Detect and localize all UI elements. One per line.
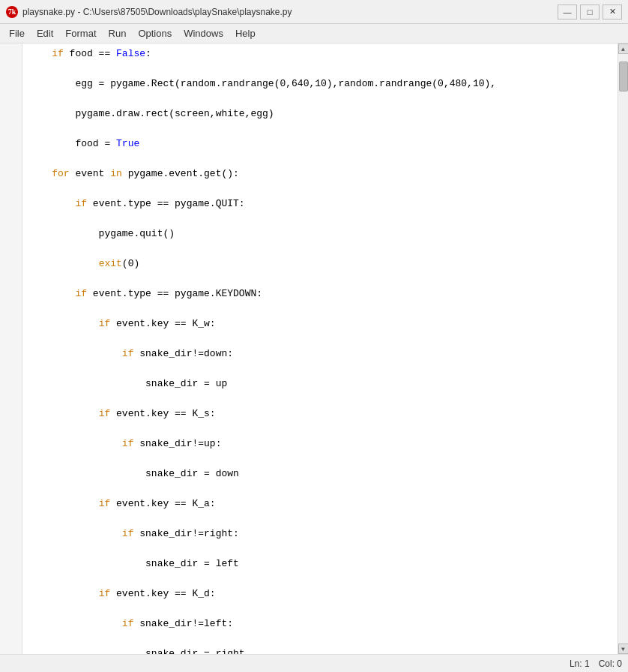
status-bar: Ln: 1 Col: 0: [0, 654, 628, 672]
menu-windows[interactable]: Windows: [178, 26, 229, 40]
scroll-down-arrow[interactable]: ▼: [618, 644, 629, 654]
window-title: playsnake.py - C:\Users\87505\Downloads\…: [22, 7, 292, 17]
title-bar: 7k playsnake.py - C:\Users\87505\Downloa…: [0, 0, 628, 24]
menu-format[interactable]: Format: [59, 26, 102, 40]
close-button[interactable]: ✕: [603, 4, 622, 20]
menu-edit[interactable]: Edit: [31, 26, 59, 40]
app-icon: 7k: [6, 6, 18, 18]
code-editor[interactable]: if food == False: egg = pygame.Rect(rand…: [22, 44, 618, 654]
col-number: Col: 0: [599, 658, 622, 669]
scroll-up-arrow[interactable]: ▲: [618, 44, 629, 54]
minimize-button[interactable]: —: [558, 4, 577, 20]
title-bar-left: 7k playsnake.py - C:\Users\87505\Downloa…: [6, 6, 292, 18]
scroll-track[interactable]: [618, 54, 628, 644]
window-controls[interactable]: — □ ✕: [558, 4, 622, 20]
line-number: Ln: 1: [570, 658, 590, 669]
line-numbers: [0, 44, 22, 654]
menu-options[interactable]: Options: [132, 26, 178, 40]
vertical-scrollbar[interactable]: ▲ ▼: [618, 44, 628, 654]
menu-help[interactable]: Help: [229, 26, 262, 40]
scroll-thumb[interactable]: [619, 62, 628, 92]
editor-container: if food == False: egg = pygame.Rect(rand…: [0, 44, 628, 654]
menu-file[interactable]: File: [3, 26, 31, 40]
menu-run[interactable]: Run: [103, 26, 133, 40]
maximize-button[interactable]: □: [580, 4, 600, 20]
menu-bar: File Edit Format Run Options Windows Hel…: [0, 24, 628, 44]
